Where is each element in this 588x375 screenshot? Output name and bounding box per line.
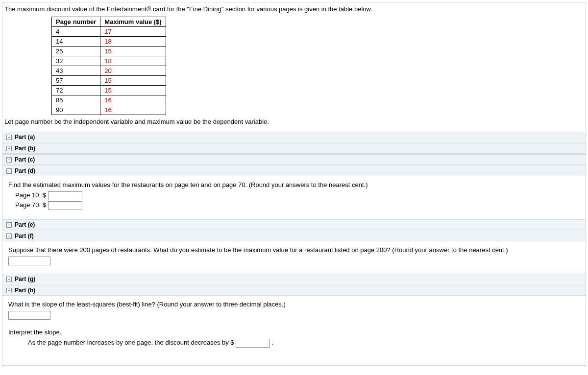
page200-input[interactable] [8,257,50,265]
part-f-content: Suppose that there were 200 pages of res… [2,241,586,273]
part-h-question: What is the slope of the least-squares (… [8,301,580,308]
interpret-after: . [272,339,274,346]
table-row: 3218 [52,56,166,66]
part-a-header[interactable]: + Part (a) [2,132,586,142]
table-row: 417 [52,27,166,37]
table-header-row: Page number Maximum value ($) [52,17,166,27]
page70-row: Page 70: $ [15,201,580,210]
slope-input[interactable] [8,311,50,320]
collapse-icon: − [6,168,12,174]
part-a-label: Part (a) [15,134,35,141]
part-b-label: Part (b) [15,145,35,152]
part-f-label: Part (f) [15,233,34,239]
collapse-icon: − [6,234,12,239]
interpret-input[interactable] [236,339,270,348]
part-d-header[interactable]: − Part (d) [2,165,586,176]
part-f-header[interactable]: − Part (f) [2,231,586,241]
page70-label: Page 70: $ [15,201,46,209]
col-header-value: Maximum value ($) [100,17,166,27]
expand-icon: + [6,146,12,151]
question-container: The maximum discount value of the Entert… [2,2,586,366]
variable-note: Let page number be the independent varia… [2,117,586,131]
collapse-icon: − [6,288,12,293]
part-h-header[interactable]: − Part (h) [2,285,586,296]
part-g-label: Part (g) [15,276,35,282]
page70-input[interactable] [48,201,82,210]
table-row: 1418 [52,37,166,47]
part-g-header[interactable]: + Part (g) [2,274,586,284]
table-row: 4320 [52,66,166,76]
table-row: 2515 [52,47,166,56]
page10-row: Page 10: $ [15,191,580,200]
page10-label: Page 10: $ [15,191,46,199]
table-row: 5715 [52,76,166,86]
intro-text: The maximum discount value of the Entert… [2,2,586,15]
page10-input[interactable] [48,191,82,200]
interpret-before: As the page number increases by one page… [28,339,234,346]
part-d-label: Part (d) [15,167,35,174]
part-e-label: Part (e) [15,221,35,228]
interpret-label: Interpret the slope. [8,328,580,336]
table-row: 7215 [52,86,166,95]
part-c-label: Part (c) [15,156,35,163]
part-f-input-row [8,257,580,265]
expand-icon: + [6,135,12,140]
part-b-header[interactable]: + Part (b) [2,143,586,154]
table-row: 9016 [52,105,166,115]
expand-icon: + [6,222,12,228]
part-e-header[interactable]: + Part (e) [2,219,586,230]
data-table: Page number Maximum value ($) 417 1418 2… [51,17,166,115]
part-d-content: Find the estimated maximum values for th… [2,176,586,219]
interpret-sentence: As the page number increases by one page… [28,339,580,348]
table-row: 8516 [52,95,166,105]
slope-input-row [8,311,580,320]
part-h-content: What is the slope of the least-squares (… [2,296,586,355]
part-c-header[interactable]: + Part (c) [2,154,586,165]
col-header-page: Page number [52,17,100,27]
expand-icon: + [6,157,12,163]
part-f-question: Suppose that there were 200 pages of res… [8,246,580,254]
expand-icon: + [6,277,12,282]
part-h-label: Part (h) [15,287,35,294]
part-d-question: Find the estimated maximum values for th… [8,181,580,188]
